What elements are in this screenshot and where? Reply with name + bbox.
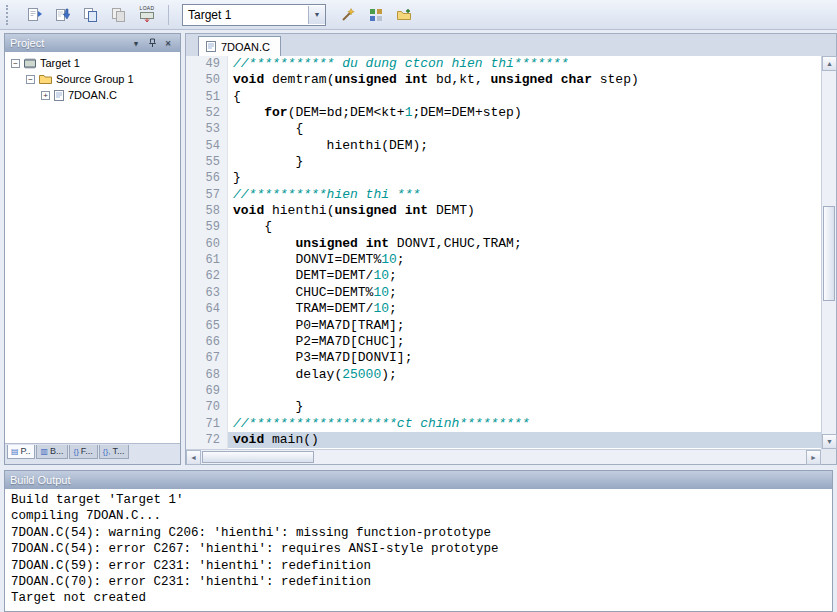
code-line-57[interactable]: 57//**********hien thi *** — [186, 187, 821, 203]
code-line-59[interactable]: 59 { — [186, 219, 821, 235]
rebuild-button[interactable] — [78, 2, 104, 28]
batch-build-button[interactable] — [106, 2, 132, 28]
scroll-up-icon[interactable]: ▲ — [822, 56, 837, 71]
components-button[interactable] — [363, 2, 389, 28]
code-line-72[interactable]: 72void main() — [186, 432, 821, 448]
code-line-58[interactable]: 58void hienthi(unsigned int DEMT) — [186, 203, 821, 219]
horizontal-scroll-thumb[interactable] — [202, 451, 314, 463]
close-panel-button[interactable]: ✕ — [161, 37, 175, 50]
line-number: 49 — [186, 56, 228, 72]
code-text: //**********hien thi *** — [228, 187, 821, 203]
file-icon — [205, 40, 217, 55]
build-output-line-5[interactable]: 7DOAN.C(70): error C231: 'hienthi': rede… — [11, 574, 826, 590]
load-button[interactable]: LOAD — [134, 2, 160, 28]
build-output-line-2[interactable]: 7DOAN.C(54): warning C206: 'hienthi': mi… — [11, 525, 826, 541]
code-line-66[interactable]: 66 P2=MA7D[CHUC]; — [186, 334, 821, 350]
code-line-55[interactable]: 55 } — [186, 154, 821, 170]
translate-button[interactable] — [22, 2, 48, 28]
chevron-down-icon[interactable]: ▼ — [308, 6, 325, 24]
code-line-67[interactable]: 67 P3=MA7D[DONVI]; — [186, 350, 821, 366]
scroll-down-icon[interactable]: ▼ — [822, 434, 837, 449]
code-line-71[interactable]: 71//*******************ct chinh********* — [186, 416, 821, 432]
collapse-icon[interactable]: − — [26, 75, 35, 84]
line-number: 72 — [186, 432, 228, 448]
panel-tab-3[interactable]: {},T... — [99, 445, 130, 459]
editor-horizontal-scrollbar[interactable]: ◄ ► — [186, 449, 821, 464]
line-number: 64 — [186, 301, 228, 317]
scroll-left-icon[interactable]: ◄ — [186, 450, 201, 465]
code-line-70[interactable]: 70 } — [186, 399, 821, 415]
panel-tab-label: P.. — [21, 446, 31, 456]
panel-tab-icon: ▤ — [11, 447, 19, 456]
build-output-line-1[interactable]: compiling 7DOAN.C... — [11, 508, 826, 524]
panel-tab-0[interactable]: ▤P.. — [7, 445, 35, 459]
code-line-54[interactable]: 54 hienthi(DEM); — [186, 138, 821, 154]
code-line-62[interactable]: 62 DEMT=DEMT/10; — [186, 268, 821, 284]
editor-vertical-scrollbar[interactable]: ▲ ▼ — [821, 56, 836, 449]
code-line-65[interactable]: 65 P0=MA7D[TRAM]; — [186, 318, 821, 334]
code-text: { — [228, 89, 821, 105]
code-line-61[interactable]: 61 DONVI=DEMT%10; — [186, 252, 821, 268]
editor-area: 7DOAN.C 49//*********** du dung ctcon hi… — [185, 33, 837, 465]
build-output-panel: Build Output Build target 'Target 1'comp… — [4, 470, 833, 612]
main-toolbar: LOAD Target 1 ▼ — [0, 0, 837, 30]
code-text: for(DEM=bd;DEM<kt+1;DEM=DEM+step) — [228, 105, 821, 121]
code-line-64[interactable]: 64 TRAM=DEMT/10; — [186, 301, 821, 317]
tree-item-target-1[interactable]: −Target 1 — [5, 55, 180, 71]
options-for-target-button[interactable] — [335, 2, 361, 28]
project-tree: −Target 1−Source Group 1+7DOAN.C — [5, 52, 180, 443]
line-number: 53 — [186, 121, 228, 137]
toolbar-drag-handle[interactable] — [6, 5, 13, 25]
line-number: 57 — [186, 187, 228, 203]
line-number: 62 — [186, 268, 228, 284]
build-output-line-0[interactable]: Build target 'Target 1' — [11, 492, 826, 508]
code-text: unsigned int DONVI,CHUC,TRAM; — [228, 236, 821, 252]
code-line-49[interactable]: 49//*********** du dung ctcon hien thi**… — [186, 56, 821, 72]
line-number: 65 — [186, 318, 228, 334]
code-line-51[interactable]: 51{ — [186, 89, 821, 105]
line-number: 67 — [186, 350, 228, 366]
code-line-63[interactable]: 63 CHUC=DEMT%10; — [186, 285, 821, 301]
code-text: hienthi(DEM); — [228, 138, 821, 154]
line-number: 51 — [186, 89, 228, 105]
target-select[interactable]: Target 1 ▼ — [182, 4, 326, 26]
build-button[interactable] — [50, 2, 76, 28]
code-text: DONVI=DEMT%10; — [228, 252, 821, 268]
project-items-button[interactable] — [391, 2, 417, 28]
code-editor[interactable]: 49//*********** du dung ctcon hien thi**… — [186, 56, 821, 449]
build-output-line-3[interactable]: 7DOAN.C(54): error C267: 'hienthi': requ… — [11, 541, 826, 557]
code-line-53[interactable]: 53 { — [186, 121, 821, 137]
scrollbar-corner — [821, 449, 836, 464]
build-output-lines: Build target 'Target 1'compiling 7DOAN.C… — [5, 489, 832, 611]
tree-item-7doan-c[interactable]: +7DOAN.C — [5, 87, 180, 103]
code-line-68[interactable]: 68 delay(25000); — [186, 367, 821, 383]
collapse-icon[interactable]: − — [11, 59, 20, 68]
code-line-52[interactable]: 52 for(DEM=bd;DEM<kt+1;DEM=DEM+step) — [186, 105, 821, 121]
line-number: 50 — [186, 72, 228, 88]
panel-tab-2[interactable]: {}F... — [69, 445, 97, 459]
build-output-line-4[interactable]: 7DOAN.C(59): error C231: 'hienthi': rede… — [11, 558, 826, 574]
tab-7doan-c[interactable]: 7DOAN.C — [198, 36, 281, 57]
scroll-right-icon[interactable]: ► — [806, 450, 821, 465]
code-text: } — [228, 399, 821, 415]
panel-menu-button[interactable]: ▾ — [129, 37, 143, 50]
panel-tab-icon: {}, — [103, 447, 111, 456]
code-text: //*******************ct chinh********* — [228, 416, 821, 432]
vertical-scroll-thumb[interactable] — [823, 206, 835, 301]
tree-item-source-group-1[interactable]: −Source Group 1 — [5, 71, 180, 87]
code-text: void main() — [228, 432, 821, 448]
code-line-69[interactable]: 69 — [186, 383, 821, 399]
code-line-50[interactable]: 50void demtram(unsigned int bd,kt, unsig… — [186, 72, 821, 88]
expand-icon[interactable]: + — [41, 91, 50, 100]
folder-icon — [38, 73, 53, 85]
code-line-60[interactable]: 60 unsigned int DONVI,CHUC,TRAM; — [186, 236, 821, 252]
line-number: 59 — [186, 219, 228, 235]
panel-tab-icon: ▥ — [40, 447, 48, 456]
pin-icon[interactable] — [145, 37, 159, 50]
build-output-line-6[interactable]: Target not created — [11, 590, 826, 606]
code-line-56[interactable]: 56} — [186, 170, 821, 186]
line-number: 60 — [186, 236, 228, 252]
line-number: 52 — [186, 105, 228, 121]
build-output-header: Build Output — [5, 471, 832, 489]
panel-tab-1[interactable]: ▥B... — [36, 445, 68, 459]
